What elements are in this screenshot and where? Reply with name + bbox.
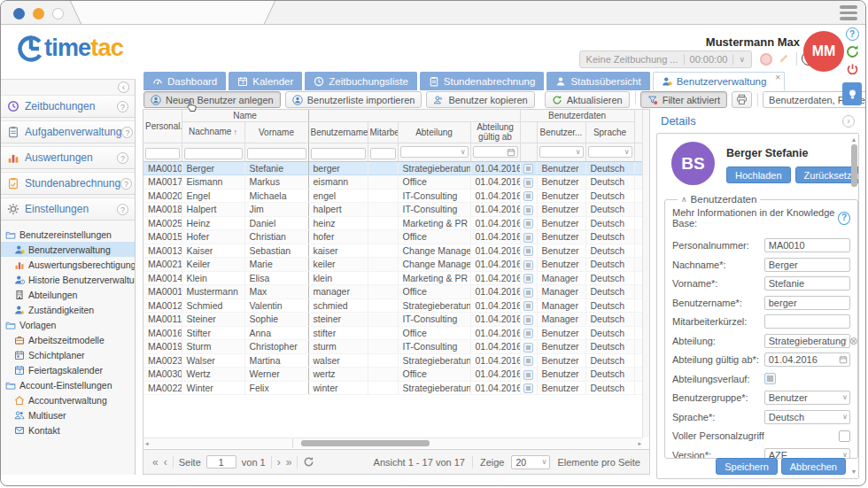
page-size-dropdown[interactable]: 20 [511, 455, 550, 469]
last-page-icon[interactable] [286, 456, 292, 469]
nachname-input[interactable] [764, 258, 850, 272]
table-row[interactable]: MA0018HalpertJimhalpertIT-Consulting01.0… [143, 203, 644, 217]
row-history-button[interactable] [523, 288, 533, 298]
tab-close-icon[interactable] [775, 72, 780, 82]
row-history-button[interactable] [523, 164, 533, 174]
scroll-right-icon[interactable] [638, 440, 641, 447]
scrollbar-thumb[interactable] [301, 440, 430, 446]
collapse-fieldset-icon[interactable] [681, 195, 687, 204]
sidebar-item-vorlagen[interactable]: Vorlagen [1, 317, 135, 332]
print-button[interactable] [732, 91, 752, 108]
sidebar-item-abteilungen[interactable]: Abteilungen [1, 287, 135, 302]
col-header-gueltig[interactable]: Abteilung gültig ab [470, 121, 520, 143]
table-row[interactable]: MA0015HoferChristianhoferOffice01.04.201… [143, 230, 644, 244]
row-history-button[interactable] [523, 370, 533, 380]
sidebar-section-zeitbuchungen[interactable]: Zeitbuchungen [1, 95, 135, 118]
table-row[interactable]: MA0022WinterFelixwinterStrategieberatung… [143, 381, 644, 395]
row-history-button[interactable] [523, 315, 533, 325]
table-row[interactable]: MA0001MustermannMaxmanagerOffice01.04.20… [143, 285, 644, 299]
sidebar-item-accountverwaltung[interactable]: Accountverwaltung [1, 392, 135, 407]
next-page-icon[interactable] [277, 456, 281, 469]
tab-benutzerverwaltung[interactable]: Benutzerverwaltung [653, 72, 786, 90]
sidebar-item-schichtplaner[interactable]: Schichtplaner [1, 347, 135, 362]
scroll-down-icon[interactable] [850, 469, 857, 475]
filter-date[interactable] [473, 146, 518, 158]
row-history-button[interactable] [523, 246, 533, 256]
neuen-benutzer-anlegen-button[interactable]: Neuen Benutzer anlegen [143, 91, 281, 108]
row-history-button[interactable] [523, 191, 533, 201]
col-header-benutzername[interactable]: Benutzername [308, 121, 368, 143]
help-bubble-icon[interactable] [838, 212, 849, 225]
tab-zeitbuchungsliste[interactable]: Zeitbuchungsliste [305, 72, 417, 90]
upload-button[interactable]: Hochladen [726, 167, 791, 183]
personalnummer-input[interactable] [764, 238, 850, 252]
tab-statusübersicht[interactable]: Statusübersicht [546, 72, 649, 90]
table-row[interactable]: MA0023WalserMartinawalserStrategieberatu… [143, 353, 644, 368]
row-history-button[interactable] [523, 205, 533, 215]
page-number-input[interactable] [206, 455, 236, 469]
details-scrollbar[interactable] [850, 136, 857, 455]
refresh-icon[interactable] [845, 44, 860, 59]
window-control-icon[interactable] [33, 8, 44, 19]
row-history-button[interactable] [523, 260, 533, 270]
mitarbeiterkürzel-input[interactable] [764, 314, 850, 329]
row-history-button[interactable] [523, 301, 533, 311]
tab-stundenabrechnung[interactable]: Stundenabrechnung [420, 72, 545, 90]
menu-icon[interactable] [840, 5, 857, 23]
row-history-button[interactable] [523, 178, 533, 188]
row-history-button[interactable] [523, 356, 533, 366]
sprache-select[interactable]: Deutsch [764, 410, 850, 424]
row-history-button[interactable] [523, 233, 533, 243]
col-header-sprache[interactable]: Sprache [585, 121, 634, 143]
table-row[interactable]: MA0019SturmChristophersturmIT-Consulting… [143, 340, 644, 354]
benutzername-input[interactable] [764, 296, 850, 310]
table-row[interactable]: MA0013KaiserSebastiankaiserChange Manage… [143, 244, 644, 258]
filter-input[interactable] [145, 148, 180, 159]
panel-resize-handle-left[interactable] [130, 259, 134, 270]
filter-input[interactable] [370, 148, 396, 159]
window-control-icon[interactable] [13, 8, 25, 19]
row-history-button[interactable] [523, 329, 533, 338]
row-history-button[interactable] [523, 219, 533, 229]
edit-icon[interactable] [778, 52, 790, 68]
sidebar-item-arbeitszeitmodelle[interactable]: Arbeitszeitmodelle [1, 332, 135, 347]
abteilung-gültig-ab-date-input[interactable]: 01.04.2016 [764, 352, 850, 367]
filter-input[interactable] [247, 148, 306, 159]
table-row[interactable]: MA0025HeinzDanielheinzMarketing & PR01.0… [143, 216, 644, 230]
table-row[interactable]: MA0017EismannMarkuseismannOffice01.04.20… [143, 175, 644, 190]
sidebar-item-auswertungsberechtigungen[interactable]: Auswertungsberechtigungen [1, 257, 135, 272]
benutzer-kopieren-button[interactable]: Benutzer kopieren [426, 91, 534, 108]
help-icon[interactable] [117, 204, 128, 215]
table-row[interactable]: MA0011SteinerSophiesteinerIT-Consulting0… [143, 313, 644, 327]
sidebar-item-zuständigkeiten[interactable]: Zuständigkeiten [1, 302, 135, 317]
tab-dashboard[interactable]: Dashboard [143, 72, 226, 90]
benutzergruppe-select[interactable]: Benutzer [764, 391, 850, 405]
help-icon[interactable] [117, 152, 128, 164]
time-tracking-selector[interactable]: Keine Zeitbuchung ... 00:00:00 [579, 50, 752, 68]
first-page-icon[interactable] [152, 456, 159, 469]
table-row[interactable]: MA0012SchmiedValentinschmiedStrategieber… [143, 298, 644, 313]
voller-personalzugriff-checkbox[interactable] [839, 430, 850, 442]
sidebar-item-account-einstellungen[interactable]: Account-Einstellungen [1, 377, 135, 392]
refresh-button[interactable]: Aktualisieren [545, 91, 630, 108]
scroll-up-icon[interactable] [851, 136, 857, 143]
sidebar-item-historie-benutzerverwaltung[interactable]: Historie Benutzerverwaltung [1, 272, 135, 287]
table-row[interactable]: MA0020EngelMichaelaengelIT-Consulting01.… [143, 189, 644, 203]
filter-select[interactable] [539, 146, 584, 158]
benutzerliste-importieren-button[interactable]: Benutzerliste importieren [285, 91, 422, 108]
filter-select[interactable] [400, 146, 469, 158]
scrollbar-thumb[interactable] [851, 144, 857, 187]
filter-input[interactable] [184, 148, 243, 159]
cancel-button[interactable]: Abbrechen [781, 458, 846, 475]
sidebar-item-benutzereinstellungen[interactable]: Benutzereinstellungen [1, 227, 135, 242]
collapse-sidebar-icon[interactable] [118, 81, 129, 93]
abteilungsverlauf-button[interactable] [764, 373, 776, 384]
vertical-scrollbar[interactable] [642, 110, 649, 438]
row-history-button[interactable] [523, 343, 533, 352]
filter-select[interactable] [588, 146, 632, 158]
sidebar-section-aufgabenverwaltung[interactable]: Aufgabenverwaltung [1, 120, 135, 143]
help-icon[interactable] [846, 27, 859, 41]
table-row[interactable]: MA0016StifterAnnastifterOffice01.04.2016… [143, 326, 644, 340]
help-icon[interactable] [121, 127, 133, 138]
avatar[interactable]: MM [803, 31, 844, 72]
